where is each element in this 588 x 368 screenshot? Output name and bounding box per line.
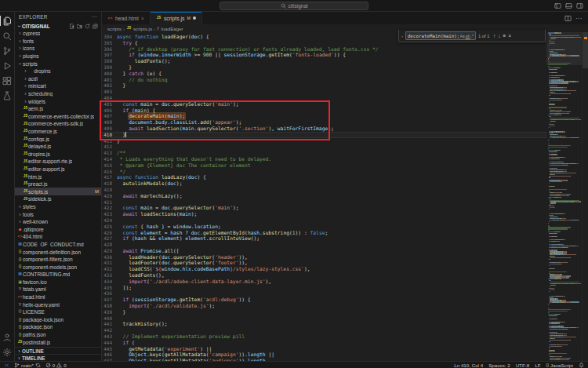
- layout-sidebar-left-icon[interactable]: [554, 2, 561, 9]
- tree-item-postinstall.js[interactable]: JSpostinstall.js: [15, 338, 101, 346]
- code-line-408[interactable]: 408 document.body.classList.add('appear'…: [102, 119, 546, 126]
- tree-item-well-known[interactable]: ›well-known: [15, 218, 101, 226]
- activity-source-control[interactable]: [0, 43, 15, 58]
- refresh-icon[interactable]: [85, 24, 90, 29]
- code-editor[interactable]: 394async function loadEager(doc) {395 tr…: [102, 32, 546, 361]
- code-line-437[interactable]: 437 if (sessionStorage.getItem('acdl:deb…: [102, 297, 546, 303]
- whole-word-icon[interactable]: ab: [466, 34, 470, 38]
- match-case-icon[interactable]: Aa: [459, 34, 464, 38]
- code-line-426[interactable]: 426 const element = hash ? doc.getElemen…: [102, 230, 546, 236]
- code-line-424[interactable]: 424: [102, 217, 546, 224]
- code-line-427[interactable]: 427 if (hash && element) element.scrollI…: [102, 235, 546, 242]
- tree-item-sidekick.js[interactable]: JSsidekick.js: [15, 195, 101, 203]
- code-line-412[interactable]: 412: [102, 144, 546, 150]
- code-line-402[interactable]: 402 }: [102, 82, 546, 89]
- find-input[interactable]: decorateMain(main); Aa ab .*: [405, 31, 476, 40]
- tree-item-tools[interactable]: ›tools: [15, 210, 101, 218]
- tree-item-component-definition.json[interactable]: {}component-definition.json: [15, 248, 101, 256]
- collapse-all-icon[interactable]: [93, 24, 98, 29]
- tree-item-LICENSE[interactable]: ©LICENSE: [15, 308, 101, 316]
- tree-item-commerce.js[interactable]: JScommerce.js: [15, 128, 101, 136]
- tree-item-404.html[interactable]: <>404.html: [15, 233, 101, 241]
- code-line-419[interactable]: 419: [102, 187, 546, 193]
- find-in-selection-icon[interactable]: ≡: [503, 33, 506, 38]
- code-line-422[interactable]: 422 const main = doc.querySelector('main…: [102, 205, 546, 211]
- remote-indicator[interactable]: [4, 363, 9, 368]
- tree-item-commerce-events-collector.js[interactable]: JScommerce-events-collector.js: [15, 113, 101, 121]
- tree-item-fstab.yaml[interactable]: Yfstab.yaml: [15, 286, 101, 293]
- language-status[interactable]: {}JavaScript: [546, 363, 573, 368]
- code-line-425[interactable]: 425 const { hash } = window.location;: [102, 224, 546, 230]
- tree-item-minicart[interactable]: ›minicart: [15, 82, 101, 90]
- split-editor-icon[interactable]: [564, 15, 572, 22]
- code-line-417[interactable]: 417async function loadLazy(doc) {: [102, 174, 546, 180]
- editor-more-actions-icon[interactable]: ⋯: [575, 15, 583, 22]
- code-line-443[interactable]: 443 // Implement experimentation preview…: [102, 333, 546, 340]
- tree-item-aem.js[interactable]: JSaem.js: [15, 105, 101, 113]
- tree-item-component-models.json[interactable]: {}component-models.json: [15, 263, 101, 271]
- code-line-413[interactable]: 413/**: [102, 150, 546, 156]
- tree-item-scheduling[interactable]: ›scheduling: [15, 90, 101, 98]
- tree-item-CONTRIBUTING.md[interactable]: MCONTRIBUTING.md: [15, 271, 101, 279]
- code-line-420[interactable]: 420 await martechLazy();: [102, 193, 546, 199]
- code-line-400[interactable]: 400 } catch (e) {: [102, 71, 546, 77]
- tree-item-fonts[interactable]: ›fonts: [15, 38, 101, 46]
- code-line-396[interactable]: 396 /* if desktop (proxy for fast connec…: [102, 46, 546, 53]
- code-line-403[interactable]: 403: [102, 89, 546, 95]
- code-line-431[interactable]: 431 loadFooter(doc.querySelector('footer…: [102, 260, 546, 266]
- tree-item-.gitignore[interactable]: ◆.gitignore: [15, 225, 101, 233]
- tree-item-editor-support-rte.js[interactable]: JSeditor-support-rte.js: [15, 158, 101, 166]
- code-line-414[interactable]: 414 * Loads everything that doesn't need…: [102, 156, 546, 162]
- tree-item-component-filters.json[interactable]: {}component-filters.json: [15, 256, 101, 264]
- code-line-401[interactable]: 401 // do nothing: [102, 77, 546, 83]
- code-line-399[interactable]: 399 }: [102, 64, 546, 71]
- code-line-438[interactable]: 438 import('./acdl/validate.js');: [102, 303, 546, 309]
- tree-item-__dropins__[interactable]: ›__dropins__: [15, 67, 101, 75]
- code-line-398[interactable]: 398 loadFonts();: [102, 58, 546, 64]
- next-match-icon[interactable]: ↓: [498, 33, 500, 38]
- tab-scripts.js[interactable]: JSscripts.jsM: [151, 12, 202, 24]
- accounts-icon[interactable]: [0, 330, 15, 344]
- tree-item-configs.js[interactable]: JSconfigs.js: [15, 135, 101, 143]
- activity-run-debug[interactable]: [0, 58, 15, 73]
- tree-item-acdl[interactable]: ›acdl: [15, 75, 101, 83]
- tree-item-head.html[interactable]: <>head.html: [15, 293, 101, 301]
- tree-item-scripts[interactable]: ›scripts: [15, 60, 101, 67]
- section-citisignal[interactable]: › CITISIGNAL: [15, 22, 101, 30]
- code-line-428[interactable]: 428: [102, 242, 546, 248]
- code-line-436[interactable]: 436: [102, 290, 546, 297]
- git-branch-status[interactable]: main*: [14, 363, 41, 368]
- code-line-415[interactable]: 415 * @param {Element} doc The container…: [102, 162, 546, 169]
- code-line-440[interactable]: 440: [102, 315, 546, 322]
- views-more-actions-icon[interactable]: ⋯: [92, 14, 97, 20]
- breadcrumb-loadEager[interactable]: ƒloadEager: [157, 26, 183, 31]
- layout-panel-icon[interactable]: [565, 2, 572, 9]
- tree-item-cypress[interactable]: ›cypress: [15, 30, 101, 38]
- tree-item-htm.js[interactable]: JShtm.js: [15, 173, 101, 180]
- code-line-405[interactable]: 405 const main = doc.querySelector('main…: [102, 101, 546, 107]
- code-line-445[interactable]: 445 getMetadata('experiment') ||: [102, 346, 546, 352]
- code-line-442[interactable]: 442: [102, 327, 546, 333]
- tree-item-package.json[interactable]: {}package.json: [15, 323, 101, 331]
- previous-match-icon[interactable]: ↑: [493, 33, 495, 38]
- code-line-407[interactable]: 407 decorateMain(main);: [102, 113, 546, 119]
- code-line-432[interactable]: 432 loadCSS(`${window.hlx.codeBasePath}/…: [102, 266, 546, 272]
- eol-status[interactable]: LF: [535, 363, 540, 368]
- breadcrumb-scripts.js[interactable]: JSscripts.js: [126, 26, 152, 31]
- new-folder-icon[interactable]: [77, 24, 82, 29]
- tree-item-editor-support.js[interactable]: JSeditor-support.js: [15, 166, 101, 173]
- outline-section[interactable]: ›OUTLINE: [15, 347, 101, 354]
- tree-item-styles[interactable]: ›styles: [15, 203, 101, 211]
- code-line-404[interactable]: 404: [102, 95, 546, 101]
- regex-icon[interactable]: .*: [471, 34, 474, 38]
- activity-search[interactable]: [0, 28, 15, 43]
- cursor-position-status[interactable]: Ln 410, Col 4: [454, 363, 483, 368]
- tree-item-preact.js[interactable]: JSpreact.js: [15, 180, 101, 188]
- tree-item-scripts.js[interactable]: JSscripts.jsM: [15, 188, 101, 195]
- code-line-444[interactable]: 444 if (: [102, 340, 546, 346]
- timeline-section[interactable]: ›TIMELINE: [15, 354, 101, 361]
- layout-sidebar-right-icon[interactable]: [576, 2, 583, 9]
- tree-item-package-lock.json[interactable]: {}package-lock.json: [15, 316, 101, 324]
- activity-testing[interactable]: [0, 88, 15, 103]
- code-line-447[interactable]: 447 Object.keys(getAllMetadata('audience…: [102, 358, 546, 361]
